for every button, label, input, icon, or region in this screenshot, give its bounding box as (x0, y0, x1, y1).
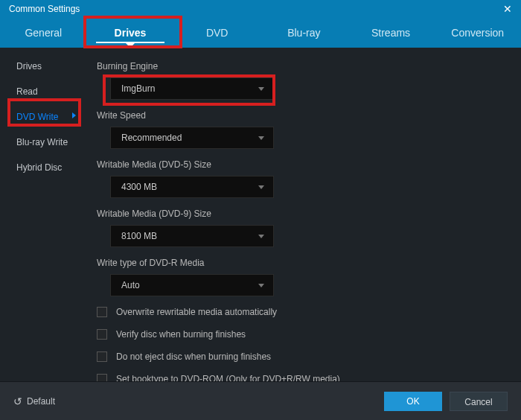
footer: ↺ Default OK Cancel (0, 381, 521, 420)
tab-streams[interactable]: Streams (348, 18, 435, 48)
default-button[interactable]: ↺ Default (13, 395, 55, 407)
field-label: Write Speed (97, 110, 515, 121)
checkbox-verify[interactable]: Verify disc when burning finishes (97, 329, 515, 340)
field-burning-engine: Burning Engine ImgBurn (97, 61, 515, 100)
sidebar: Drives Read DVD Write Blu-ray Write Hybr… (0, 48, 83, 180)
checkbox-box[interactable] (97, 307, 107, 317)
field-label: Burning Engine (97, 61, 515, 71)
select-dvd9-size[interactable]: 8100 MB (110, 225, 274, 247)
tab-dvd[interactable]: DVD (173, 18, 260, 48)
sidebar-item-hybrid-disc[interactable]: Hybrid Disc (0, 155, 83, 180)
checkbox-label: Set booktype to DVD-ROM (Only for DVD+R/… (116, 374, 340, 381)
sidebar-item-bluray-write[interactable]: Blu-ray Write (0, 130, 83, 155)
checkbox-box[interactable] (97, 374, 107, 381)
checkbox-box[interactable] (97, 329, 107, 340)
sidebar-item-label: DVD Write (16, 112, 58, 122)
sidebar-item-dvd-write[interactable]: DVD Write (0, 104, 83, 130)
reset-icon: ↺ (13, 395, 22, 407)
titlebar: Common Settings ✕ (0, 0, 521, 18)
checkbox-no-eject[interactable]: Do not eject disc when burning finishes (97, 351, 515, 362)
select-value: 8100 MB (121, 231, 157, 241)
cancel-button[interactable]: Cancel (450, 392, 508, 411)
chevron-down-icon (258, 87, 264, 91)
checkbox-label: Verify disc when burning finishes (116, 329, 246, 340)
close-icon[interactable]: ✕ (503, 3, 512, 15)
field-label: Write type of DVD-R Media (97, 258, 515, 268)
select-burning-engine[interactable]: ImgBurn (110, 77, 274, 100)
select-value: Recommended (121, 133, 182, 143)
checkbox-overwrite[interactable]: Overwrite rewritable media automatically (97, 307, 515, 317)
tab-conversion[interactable]: Conversion (434, 18, 521, 48)
chevron-down-icon (258, 284, 264, 287)
field-label: Writable Media (DVD-9) Size (97, 209, 515, 219)
chevron-down-icon (258, 235, 264, 238)
ok-button[interactable]: OK (384, 392, 442, 411)
select-dvd5-size[interactable]: 4300 MB (110, 176, 274, 198)
tab-general[interactable]: General (0, 18, 87, 48)
content-panel: Burning Engine ImgBurn Write Speed Recom… (83, 48, 521, 381)
checkbox-booktype[interactable]: Set booktype to DVD-ROM (Only for DVD+R/… (97, 374, 515, 381)
chevron-right-icon (72, 112, 76, 118)
tab-bluray[interactable]: Blu-ray (260, 18, 348, 48)
field-label: Writable Media (DVD-5) Size (97, 159, 515, 170)
chevron-down-icon (258, 136, 264, 140)
window-title: Common Settings (9, 4, 80, 14)
select-dvdr-write-type[interactable]: Auto (110, 274, 274, 296)
checkbox-label: Overwrite rewritable media automatically (116, 307, 277, 317)
select-value: 4300 MB (121, 182, 157, 192)
select-value: Auto (121, 280, 140, 290)
select-value: ImgBurn (121, 83, 155, 94)
sidebar-item-drives[interactable]: Drives (0, 54, 83, 79)
checkbox-label: Do not eject disc when burning finishes (116, 351, 271, 362)
default-label: Default (27, 396, 55, 407)
main-tabbar: General Drives DVD Blu-ray Streams Conve… (0, 18, 521, 48)
checkbox-box[interactable] (97, 351, 107, 362)
sidebar-item-read[interactable]: Read (0, 79, 83, 104)
select-write-speed[interactable]: Recommended (110, 127, 274, 149)
tab-drives[interactable]: Drives (87, 18, 174, 48)
chevron-down-icon (258, 185, 264, 189)
